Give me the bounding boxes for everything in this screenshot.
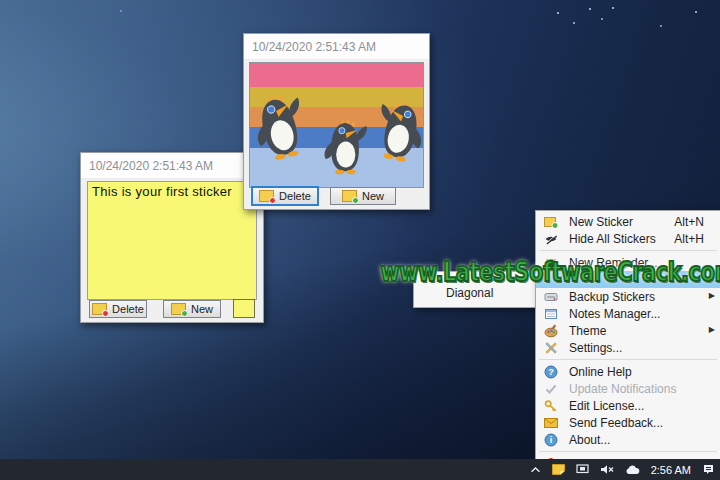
menu-item-update-notifications[interactable]: Update Notifications <box>536 380 720 397</box>
submenu-arrow-icon: ▶ <box>709 326 715 334</box>
watermark-text: www.LatestSoftwareCrack.com <box>398 248 718 296</box>
menu-item-online-help[interactable]: ? Online Help <box>536 363 720 380</box>
tray-network-icon[interactable] <box>576 464 589 475</box>
sticker-note-window[interactable]: 10/24/2020 2:51:43 AM This is your first… <box>80 152 264 323</box>
menu-item-about[interactable]: i About... <box>536 431 720 448</box>
penguin-titlebar[interactable]: 10/24/2020 2:51:43 AM <box>244 34 429 60</box>
svg-text:?: ? <box>548 367 554 377</box>
note-new-button[interactable]: New <box>163 300 221 318</box>
menu-separator <box>539 451 717 452</box>
penguin-sticker-canvas[interactable] <box>249 62 424 188</box>
penguin-center-icon <box>322 117 368 175</box>
menu-item-shortcut: Alt+H <box>674 232 720 246</box>
tray-chevron-up-icon[interactable] <box>530 466 541 474</box>
menu-item-settings[interactable]: Settings... <box>536 339 720 356</box>
note-title: 10/24/2020 2:51:43 AM <box>89 159 213 173</box>
note-titlebar[interactable]: 10/24/2020 2:51:43 AM <box>81 153 263 179</box>
tray-onedrive-cloud-icon[interactable] <box>625 465 640 475</box>
penguin-new-button[interactable]: New <box>330 187 396 205</box>
action-center-icon[interactable] <box>702 464 715 475</box>
menu-item-send-feedback[interactable]: Send Feedback... <box>536 414 720 431</box>
penguin-delete-button[interactable]: Delete <box>252 187 318 205</box>
menu-item-label: Notes Manager... <box>562 307 704 321</box>
menu-item-label: Hide All Stickers <box>562 232 674 246</box>
menu-item-label: New Sticker <box>562 215 674 229</box>
menu-item-label: About... <box>562 433 704 447</box>
taskbar-clock[interactable]: 2:56 AM <box>651 464 691 476</box>
tray-stickers-app-icon[interactable] <box>552 464 565 475</box>
menu-item-shortcut: Alt+N <box>674 215 720 229</box>
svg-text:i: i <box>550 435 553 445</box>
tray-volume-muted-icon[interactable] <box>600 464 614 475</box>
note-button-bar: Delete New <box>81 295 263 322</box>
info-icon: i <box>540 433 562 447</box>
note-new-label: New <box>191 303 213 315</box>
eye-hidden-icon <box>540 232 562 246</box>
note-text-area[interactable]: This is your first sticker <box>87 181 257 300</box>
sticker-delete-icon <box>92 303 107 315</box>
palette-icon <box>540 324 562 338</box>
taskbar[interactable]: 2:56 AM <box>0 459 720 480</box>
sticker-penguin-window[interactable]: 10/24/2020 2:51:43 AM Delete New <box>243 33 430 210</box>
note-delete-button[interactable]: Delete <box>89 300 147 318</box>
menu-item-label: Send Feedback... <box>562 416 704 430</box>
menu-item-label: Theme <box>562 324 720 338</box>
sticker-new-icon <box>171 303 186 315</box>
menu-item-hide-all-stickers[interactable]: Hide All Stickers Alt+H <box>536 230 720 247</box>
help-icon: ? <box>540 365 562 379</box>
penguin-button-bar: Delete New <box>244 182 429 209</box>
sticker-new-icon <box>342 190 357 202</box>
penguin-title: 10/24/2020 2:51:43 AM <box>252 40 376 54</box>
menu-item-theme[interactable]: Theme ▶ <box>536 322 720 339</box>
sticker-delete-icon <box>259 190 274 202</box>
penguin-new-label: New <box>362 190 384 202</box>
tools-icon <box>540 341 562 355</box>
notes-manager-icon <box>540 307 562 321</box>
menu-item-edit-license[interactable]: Edit License... <box>536 397 720 414</box>
key-icon <box>540 399 562 413</box>
menu-item-new-sticker[interactable]: New Sticker Alt+N <box>536 213 720 230</box>
menu-separator <box>539 359 717 360</box>
menu-item-notes-manager[interactable]: Notes Manager... <box>536 305 720 322</box>
check-icon <box>540 382 562 396</box>
stars <box>0 0 2 2</box>
sticker-new-icon <box>540 216 562 228</box>
envelope-icon <box>540 417 562 429</box>
menu-item-label: Edit License... <box>562 399 704 413</box>
menu-item-label: Update Notifications <box>562 382 704 396</box>
stripe-pink <box>250 63 423 87</box>
note-color-swatch[interactable] <box>233 299 255 318</box>
desktop-screen: 10/24/2020 2:51:43 AM This is your first… <box>0 0 720 480</box>
note-delete-label: Delete <box>112 303 144 315</box>
menu-item-label: Online Help <box>562 365 704 379</box>
penguin-delete-label: Delete <box>279 190 311 202</box>
menu-item-label: Settings... <box>562 341 704 355</box>
